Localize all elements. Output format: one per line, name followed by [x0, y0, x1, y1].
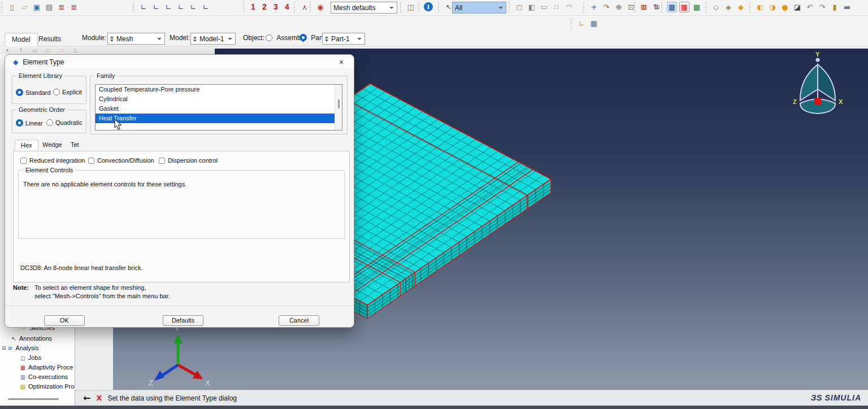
tree-item-annotations[interactable]: ↖ Annotations: [0, 334, 75, 343]
reduced-integration-checkbox[interactable]: [20, 158, 27, 164]
stamp-icon[interactable]: ▮: [830, 2, 840, 12]
part-radio[interactable]: [300, 34, 307, 41]
tree-item-jobs[interactable]: ◻ Jobs: [0, 353, 75, 362]
linear-option[interactable]: Linear: [16, 119, 43, 127]
session-export-icon[interactable]: ≣: [69, 2, 79, 12]
open-file-icon[interactable]: ▱: [19, 2, 29, 12]
family-item-selected[interactable]: Heat Transfer: [96, 114, 342, 123]
module-spinner[interactable]: [110, 34, 114, 43]
venn-intersect-icon[interactable]: ◐: [755, 2, 765, 12]
family-scrollbar[interactable]: [335, 85, 342, 130]
tree-item-analysis[interactable]: ⊟ ≋ Analysis: [0, 343, 75, 353]
model-combo[interactable]: Model-1: [190, 33, 236, 45]
tree-nodes-icon[interactable]: ∷: [58, 47, 66, 54]
tree-up-icon[interactable]: ↑: [17, 47, 25, 54]
tab-hex[interactable]: Hex: [15, 140, 38, 151]
csys-view-5-icon[interactable]: ∟: [188, 2, 198, 12]
mesh-cube-active-icon[interactable]: ▦: [667, 2, 677, 12]
dispersion-control-checkbox[interactable]: [159, 158, 165, 164]
quadratic-radio[interactable]: [46, 119, 53, 126]
csys-custom-icon[interactable]: ⋏: [300, 2, 310, 12]
assembly-radio[interactable]: [266, 34, 272, 41]
view-3-button[interactable]: 3: [271, 2, 280, 11]
csys-view-3-icon[interactable]: ∟: [163, 2, 173, 12]
tree-item-coexecutions[interactable]: ▥ Co-executions: [0, 372, 75, 381]
rotate-view-icon[interactable]: ↷: [601, 2, 611, 12]
explicit-option[interactable]: Explicit: [53, 89, 82, 95]
tree-item-optimization[interactable]: ▧ Optimization Pro: [0, 382, 75, 391]
color-code-icon[interactable]: ◪: [792, 2, 802, 12]
tab-results[interactable]: Results: [32, 33, 68, 46]
dashed-box-icon[interactable]: ▭: [539, 2, 549, 12]
family-item[interactable]: Coupled Temperature-Pore pressure: [96, 85, 342, 94]
family-item[interactable]: Gasket: [96, 104, 342, 114]
selection-scope-combo[interactable]: All: [452, 2, 506, 14]
pan-icon[interactable]: +: [589, 2, 599, 12]
linear-radio[interactable]: [16, 119, 23, 127]
session-import-icon[interactable]: ≣: [57, 2, 67, 12]
ok-button[interactable]: OK: [44, 315, 85, 326]
color-code-combo[interactable]: Mesh defaults: [331, 2, 397, 14]
dispersion-control-option[interactable]: Dispersion control: [159, 157, 218, 164]
redo-icon[interactable]: ↷: [817, 2, 827, 12]
dialog-titlebar[interactable]: ◆ Element Type ×: [5, 55, 354, 69]
shaded-cube-icon[interactable]: ◆: [736, 2, 746, 12]
model-spinner[interactable]: [193, 34, 197, 43]
show-curve-icon[interactable]: ◠: [564, 2, 574, 12]
replace-selected-icon[interactable]: ◻: [514, 2, 524, 12]
tree-item-adaptivity[interactable]: ▦ Adaptivity Proce: [0, 363, 75, 372]
query-partition-icon[interactable]: ∟: [576, 18, 587, 29]
tab-tet[interactable]: Tet: [65, 140, 85, 151]
cube-display-icon[interactable]: ◧: [527, 2, 537, 12]
wireframe-cube-icon[interactable]: ◇: [711, 2, 721, 12]
csys-view-4-icon[interactable]: ∟: [176, 2, 186, 12]
mesh-cube-part-icon[interactable]: ▩: [692, 2, 702, 12]
csys-view-6-icon[interactable]: ∟: [201, 2, 211, 12]
undo-icon[interactable]: ↶: [805, 2, 815, 12]
view-4-button[interactable]: 4: [283, 2, 292, 11]
tree-bulb-icon[interactable]: ○: [44, 47, 52, 54]
object-part-option[interactable]: Part:: [300, 34, 326, 42]
convection-diffusion-option[interactable]: Convection/Diffusion: [88, 157, 154, 164]
quadratic-option[interactable]: Quadratic: [46, 119, 83, 126]
info-icon[interactable]: i: [424, 2, 433, 11]
cancel-prompt-icon[interactable]: X: [96, 394, 102, 402]
mesh-cube-seed-icon[interactable]: ▦: [679, 2, 689, 12]
collapse-icon[interactable]: ⊟: [2, 345, 6, 351]
render-cube-dropdown-icon[interactable]: ◫: [406, 2, 416, 12]
tab-wedge[interactable]: Wedge: [37, 140, 68, 151]
tree-collapse-icon[interactable]: ▾: [3, 47, 11, 54]
part-combo[interactable]: Part-1: [322, 33, 365, 45]
view-1-button[interactable]: 1: [249, 2, 258, 11]
csys-view-1-icon[interactable]: ∟: [138, 2, 149, 12]
save-icon[interactable]: ▣: [32, 2, 42, 12]
explicit-radio[interactable]: [53, 89, 60, 95]
convection-diffusion-checkbox[interactable]: [88, 158, 94, 164]
standard-radio[interactable]: [16, 89, 23, 96]
reduced-integration-option[interactable]: Reduced integration: [20, 157, 85, 164]
new-file-icon[interactable]: ▯: [7, 2, 17, 12]
show-nodes-icon[interactable]: ∷: [552, 2, 562, 12]
zoom-icon[interactable]: ⊕: [614, 2, 624, 12]
color-palette-icon[interactable]: ◉: [315, 2, 326, 12]
venn-union-icon[interactable]: ◑: [767, 2, 778, 12]
close-icon[interactable]: ×: [335, 56, 348, 68]
ladder-icon[interactable]: ≡: [640, 2, 650, 12]
print-icon[interactable]: ▤: [44, 2, 54, 12]
family-item[interactable]: Cylindrical: [96, 94, 342, 104]
view-compass[interactable]: Y Z X: [783, 50, 850, 118]
defaults-button[interactable]: Defaults: [163, 315, 203, 326]
back-arrow-icon[interactable]: ←: [83, 393, 90, 403]
tree-horizontal-scrollbar[interactable]: [8, 398, 59, 400]
module-combo[interactable]: Mesh: [107, 33, 165, 45]
standard-option[interactable]: Standard: [16, 89, 51, 96]
part-spinner[interactable]: [325, 34, 328, 43]
cancel-button[interactable]: Cancel: [279, 315, 319, 326]
tree-column-icon[interactable]: ▯: [71, 47, 79, 54]
views-panel-icon[interactable]: ▬: [842, 2, 852, 12]
family-list[interactable]: Coupled Temperature-Pore pressure Cylind…: [95, 84, 342, 130]
manager-dialog-icon[interactable]: ▦: [589, 18, 599, 29]
csys-view-2-icon[interactable]: ∟: [151, 2, 161, 12]
hidden-line-cube-icon[interactable]: ◈: [723, 2, 734, 12]
tree-frame-icon[interactable]: ▭: [31, 47, 38, 54]
